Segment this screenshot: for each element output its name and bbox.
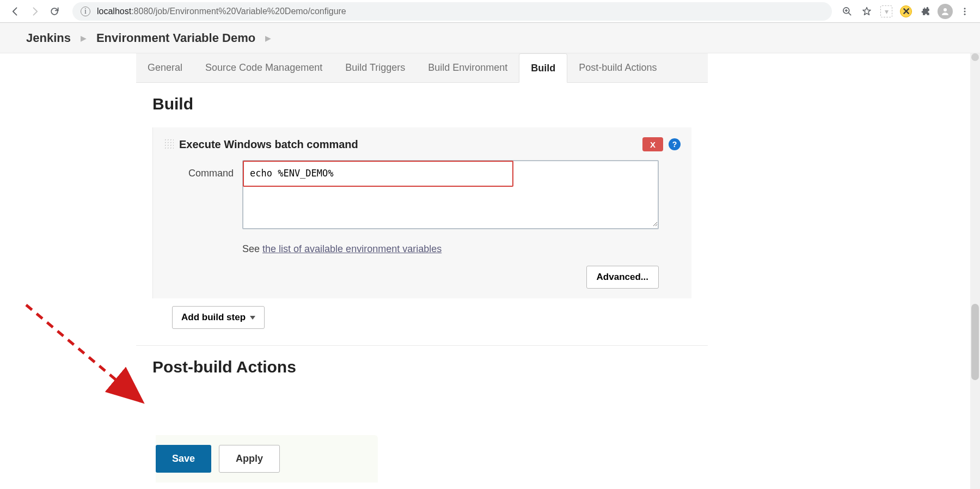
command-label: Command — [179, 160, 234, 179]
vertical-scrollbar[interactable] — [970, 53, 980, 489]
svg-point-6 — [964, 10, 966, 12]
kebab-menu-icon[interactable] — [955, 2, 975, 21]
env-var-hint: See the list of available environment va… — [242, 243, 659, 255]
reload-button[interactable] — [45, 2, 64, 21]
breadcrumb-bar: Jenkins ▶ Environment Variable Demo ▶ — [0, 23, 980, 53]
svg-point-5 — [964, 8, 966, 9]
svg-point-4 — [944, 8, 947, 11]
drag-handle-icon[interactable] — [164, 138, 174, 150]
left-sidebar — [0, 53, 136, 489]
help-button[interactable]: ? — [669, 138, 681, 150]
build-heading: Build — [152, 95, 691, 113]
delete-step-button[interactable]: X — [642, 137, 663, 151]
save-button[interactable]: Save — [156, 445, 211, 473]
browser-toolbar: i localhost:8080/job/Environment%20Varia… — [0, 0, 980, 23]
post-build-section: Post-build Actions — [136, 346, 708, 376]
footer-button-bar: Save Apply — [156, 435, 378, 482]
build-section: Build Execute Windows batch command X ? … — [136, 83, 708, 329]
caret-down-icon — [250, 316, 255, 320]
svg-line-1 — [849, 13, 851, 15]
scroll-up-icon[interactable] — [971, 53, 979, 61]
post-build-heading: Post-build Actions — [152, 358, 691, 376]
breadcrumb-jenkins[interactable]: Jenkins — [21, 27, 76, 50]
tab-build-triggers[interactable]: Build Triggers — [334, 53, 416, 82]
reload-icon — [49, 6, 60, 17]
site-info-icon[interactable]: i — [81, 7, 90, 16]
bookmark-star-icon[interactable] — [857, 2, 877, 21]
url-text: localhost:8080/job/Environment%20Variabl… — [97, 7, 346, 16]
tab-build-environment[interactable]: Build Environment — [416, 53, 519, 82]
back-button[interactable] — [5, 2, 25, 21]
forward-button[interactable] — [25, 2, 45, 21]
scrollbar-thumb[interactable] — [971, 304, 979, 380]
extensions-puzzle-icon[interactable] — [916, 2, 935, 21]
tab-scm[interactable]: Source Code Management — [194, 53, 334, 82]
tab-general[interactable]: General — [136, 53, 194, 82]
breadcrumb-separator-icon: ▶ — [261, 34, 275, 42]
add-build-step-label: Add build step — [181, 312, 246, 323]
breadcrumb-separator-icon: ▶ — [76, 34, 91, 42]
tab-post-build-actions[interactable]: Post-build Actions — [567, 53, 668, 82]
tab-build[interactable]: Build — [519, 53, 567, 83]
profile-avatar-icon[interactable] — [935, 2, 955, 21]
advanced-button[interactable]: Advanced... — [586, 266, 659, 289]
build-step-box: Execute Windows batch command X ? Comman… — [152, 127, 691, 298]
arrow-left-icon — [10, 6, 21, 17]
build-step-title: Execute Windows batch command — [179, 138, 358, 151]
breadcrumb-job[interactable]: Environment Variable Demo — [91, 27, 261, 50]
hint-prefix: See — [242, 243, 262, 254]
arrow-right-icon — [29, 6, 40, 17]
configure-pane: General Source Code Management Build Tri… — [136, 53, 708, 489]
address-bar[interactable]: i localhost:8080/job/Environment%20Varia… — [72, 2, 832, 21]
zoom-icon[interactable] — [837, 2, 857, 21]
add-build-step-button[interactable]: Add build step — [172, 306, 265, 329]
reader-icon[interactable]: ▾ — [877, 2, 896, 21]
extension-circle-icon[interactable]: ✕ — [896, 2, 916, 21]
svg-point-7 — [964, 13, 966, 15]
command-textarea[interactable] — [243, 161, 658, 227]
apply-button[interactable]: Apply — [219, 445, 280, 473]
env-var-link[interactable]: the list of available environment variab… — [262, 243, 442, 254]
config-tabs: General Source Code Management Build Tri… — [136, 53, 708, 83]
